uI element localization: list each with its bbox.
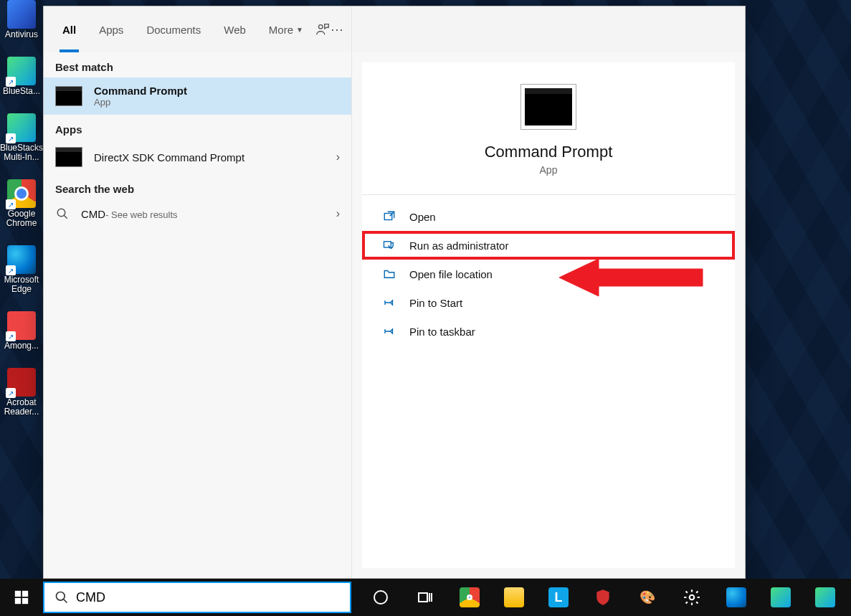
desktop-icon-label: Among...: [4, 341, 39, 351]
action-open[interactable]: Open: [362, 202, 735, 231]
taskbar-search-box[interactable]: [43, 582, 351, 613]
tab-documents[interactable]: Documents: [135, 6, 212, 52]
result-title: Command Prompt: [94, 85, 187, 97]
acrobat-icon: ↗: [7, 368, 36, 397]
ellipsis-icon: ⋯: [331, 22, 343, 37]
bluestacks-icon: ↗: [7, 57, 36, 85]
tab-label: Apps: [99, 24, 123, 36]
shortcut-arrow-icon: ↗: [6, 133, 16, 143]
start-button[interactable]: [0, 579, 43, 616]
result-directx-sdk-cmd[interactable]: DirectX SDK Command Prompt ›: [44, 140, 351, 174]
desktop-icon-antivirus[interactable]: Antivirus: [0, 0, 43, 39]
detail-subtitle: App: [540, 164, 558, 176]
detail-actions: Open Run as administrator Open file loca…: [362, 199, 735, 349]
search-input[interactable]: [76, 590, 340, 605]
svg-rect-15: [419, 593, 427, 602]
taskbar-edge[interactable]: [714, 579, 759, 616]
amongus-icon: ↗: [7, 311, 36, 340]
taskbar-paint[interactable]: 🎨: [625, 579, 670, 616]
taskview-icon: [415, 587, 435, 607]
bluestacks-icon: [771, 587, 791, 607]
action-label: Pin to taskbar: [409, 326, 475, 338]
desktop-icon-amongus[interactable]: ↗ Among...: [0, 311, 43, 351]
taskbar-mcafee[interactable]: [581, 579, 625, 616]
shortcut-arrow-icon: ↗: [6, 199, 16, 209]
gear-icon: [682, 587, 702, 607]
tab-label: Web: [224, 24, 246, 36]
action-run-as-admin[interactable]: Run as administrator: [362, 231, 735, 260]
pin-icon: [382, 324, 396, 338]
section-search-web: Search the web: [44, 174, 351, 199]
action-pin-to-taskbar[interactable]: Pin to taskbar: [362, 317, 735, 346]
svg-rect-4: [384, 242, 391, 247]
folder-icon: [382, 267, 396, 281]
desktop-icon-bluestacks-multi[interactable]: ↗ BlueStacks Multi-In...: [0, 113, 43, 162]
taskbar-app-l[interactable]: L: [536, 579, 581, 616]
action-label: Open: [409, 211, 436, 223]
cmd-icon: [55, 147, 82, 167]
antivirus-icon: [7, 0, 36, 29]
action-label: Run as administrator: [409, 240, 508, 252]
svg-line-13: [64, 600, 67, 603]
taskbar-file-explorer[interactable]: [492, 579, 536, 616]
more-options-button[interactable]: ⋯: [331, 15, 344, 44]
result-web-cmd[interactable]: CMD - See web results ›: [44, 199, 351, 228]
section-best-match: Best match: [44, 52, 351, 77]
feedback-button[interactable]: [315, 15, 331, 44]
taskbar-taskview[interactable]: [403, 579, 447, 616]
result-subtitle: App: [94, 97, 187, 108]
pin-icon: [382, 295, 396, 310]
desktop-icon-bluestacks[interactable]: ↗ BlueSta...: [0, 57, 43, 96]
chrome-icon: [460, 587, 480, 607]
chevron-right-icon: ›: [336, 151, 340, 164]
chevron-right-icon: ›: [336, 207, 340, 220]
shortcut-arrow-icon: ↗: [6, 331, 16, 341]
taskbar-bluestacks-2[interactable]: [803, 579, 847, 616]
search-icon: [54, 590, 69, 605]
chevron-down-icon: ▼: [296, 26, 303, 34]
desktop-icon-edge[interactable]: ↗ Microsoft Edge: [0, 245, 43, 294]
svg-rect-10: [15, 598, 21, 604]
taskbar-chrome[interactable]: [447, 579, 492, 616]
search-panel: All Apps Documents Web More▼ ⋯ Best matc…: [43, 6, 746, 579]
bluestacks-multi-icon: ↗: [7, 113, 36, 142]
folder-icon: [504, 587, 524, 607]
svg-point-18: [690, 595, 695, 600]
tab-web[interactable]: Web: [212, 6, 257, 52]
cortana-icon: [371, 587, 391, 607]
svg-point-12: [57, 592, 65, 601]
tab-label: Documents: [146, 24, 201, 36]
desktop-icon-acrobat[interactable]: ↗ Acrobat Reader...: [0, 368, 43, 417]
result-command-prompt[interactable]: Command Prompt App: [44, 77, 351, 115]
taskbar-settings[interactable]: [670, 579, 714, 616]
desktop-icon-chrome[interactable]: ↗ Google Chrome: [0, 179, 43, 228]
cmd-icon: [55, 86, 82, 106]
taskbar-cortana[interactable]: [358, 579, 403, 616]
person-feedback-icon: [315, 22, 331, 37]
tab-apps[interactable]: Apps: [87, 6, 135, 52]
shortcut-arrow-icon: ↗: [6, 265, 16, 275]
desktop-icon-label: Antivirus: [5, 30, 38, 39]
action-label: Open file location: [409, 268, 493, 280]
action-pin-to-start[interactable]: Pin to Start: [362, 288, 735, 317]
desktop-icons-column: Antivirus ↗ BlueSta... ↗ BlueStacks Mult…: [0, 0, 43, 417]
detail-header: Command Prompt App: [362, 62, 735, 190]
action-open-file-location[interactable]: Open file location: [362, 260, 735, 288]
tab-all[interactable]: All: [51, 6, 87, 52]
bluestacks-icon: [815, 587, 835, 607]
mcafee-icon: [593, 587, 613, 607]
tab-label: All: [62, 24, 76, 36]
desktop-icon-label: Acrobat Reader...: [0, 398, 43, 417]
result-subtitle: - See web results: [105, 209, 177, 220]
search-tabs: All Apps Documents Web More▼ ⋯: [44, 6, 351, 52]
tab-label: More: [269, 24, 293, 36]
desktop-icon-label: BlueStacks Multi-In...: [0, 143, 43, 162]
desktop-icon-label: Google Chrome: [0, 209, 43, 228]
detail-card: Command Prompt App Open Run as administr…: [362, 62, 735, 568]
svg-line-2: [64, 215, 67, 219]
action-label: Pin to Start: [409, 297, 462, 309]
taskbar-bluestacks[interactable]: [759, 579, 803, 616]
search-detail-pane: Command Prompt App Open Run as administr…: [352, 6, 745, 578]
result-title: DirectX SDK Command Prompt: [94, 151, 244, 164]
tab-more[interactable]: More▼: [257, 6, 315, 52]
